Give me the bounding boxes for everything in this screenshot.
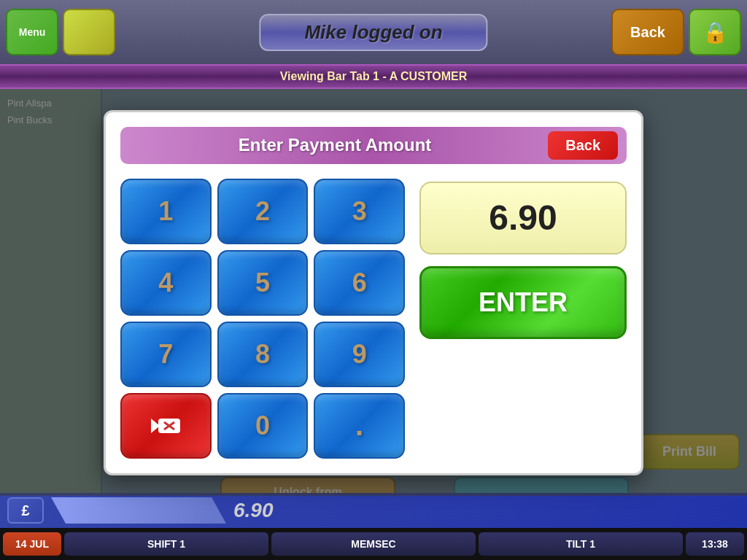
backspace-icon	[151, 415, 180, 437]
numpad-1-label: 1	[158, 196, 173, 227]
header: Menu Mike logged on Back 🔒	[0, 0, 747, 64]
numpad-8[interactable]: 8	[217, 322, 309, 387]
numpad-1[interactable]: 1	[120, 179, 212, 244]
modal-overlay: Enter Payment Amount Back 1 2 3	[0, 89, 747, 496]
numpad-9[interactable]: 9	[314, 322, 405, 387]
amount-bar: £ 6.90	[0, 493, 747, 528]
numpad-3[interactable]: 3	[314, 179, 405, 244]
numpad-4[interactable]: 4	[120, 250, 212, 316]
numpad-0-label: 0	[255, 411, 270, 441]
yellow-rect-button[interactable]	[63, 9, 115, 55]
status-date: 14 JUL	[3, 532, 61, 556]
header-title: Mike logged on	[304, 21, 442, 43]
amount-display: 6.90	[419, 182, 627, 254]
numpad-2-label: 2	[255, 196, 270, 227]
numpad-7[interactable]: 7	[120, 322, 212, 387]
subheader: Viewing Bar Tab 1 - A CUSTOMER	[0, 64, 747, 89]
modal-title: Enter Payment Amount	[129, 135, 541, 155]
back-header-button[interactable]: Back	[611, 9, 684, 55]
lock-icon: 🔒	[703, 20, 728, 44]
modal-right-panel: 6.90 ENTER	[419, 179, 627, 459]
status-shift: SHIFT 1	[64, 532, 268, 556]
numpad-6[interactable]: 6	[314, 250, 405, 316]
numpad-4-label: 4	[158, 268, 173, 298]
header-left: Menu	[6, 9, 115, 55]
header-title-container: Mike logged on	[259, 14, 487, 51]
numpad-7-label: 7	[158, 339, 173, 370]
header-right: Back 🔒	[611, 9, 741, 55]
status-memsec: MEMSEC	[271, 532, 476, 556]
status-tilt: TILT 1	[479, 532, 683, 556]
statusbar: 14 JUL SHIFT 1 MEMSEC TILT 1 13:38	[0, 528, 747, 560]
payment-modal: Enter Payment Amount Back 1 2 3	[104, 110, 643, 475]
subheader-text: Viewing Bar Tab 1 - A CUSTOMER	[280, 70, 468, 83]
numpad-dot[interactable]: .	[314, 393, 405, 459]
numpad-dot-label: .	[355, 409, 363, 442]
numpad: 1 2 3 4 5	[120, 179, 405, 459]
status-time: 13:38	[686, 532, 744, 556]
numpad-2[interactable]: 2	[217, 179, 309, 244]
numpad-9-label: 9	[352, 339, 367, 370]
modal-back-button[interactable]: Back	[548, 131, 618, 160]
menu-button[interactable]: Menu	[6, 9, 58, 55]
main-area: Pint Allspa Pint Bucks Process Pre-Auth …	[0, 89, 747, 528]
numpad-6-label: 6	[352, 268, 367, 298]
numpad-0[interactable]: 0	[217, 393, 309, 459]
numpad-5[interactable]: 5	[217, 250, 309, 316]
pound-button[interactable]: £	[7, 497, 44, 524]
lock-button[interactable]: 🔒	[689, 9, 741, 55]
modal-header: Enter Payment Amount Back	[120, 127, 627, 164]
numpad-8-label: 8	[255, 339, 270, 370]
enter-button[interactable]: ENTER	[419, 266, 627, 339]
numpad-5-label: 5	[255, 268, 270, 298]
amount-value: 6.90	[233, 499, 274, 522]
modal-body: 1 2 3 4 5	[120, 179, 627, 459]
numpad-3-label: 3	[352, 196, 367, 227]
numpad-backspace[interactable]	[120, 393, 212, 459]
